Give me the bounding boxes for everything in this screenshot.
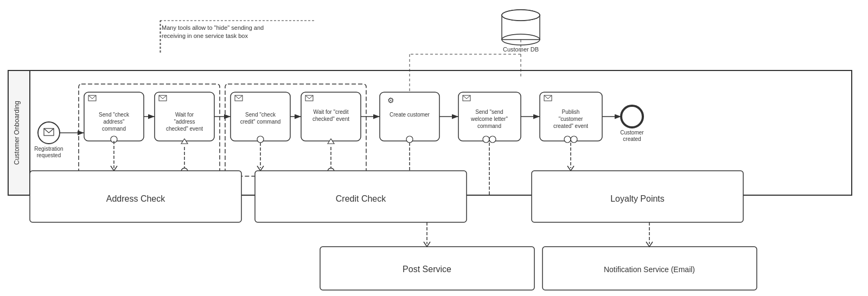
start-event-label: Registration [34,146,63,152]
svg-point-47 [406,136,413,143]
svg-text:checked" event: checked" event [166,126,203,132]
svg-text:Wait for "credit: Wait for "credit [314,109,349,115]
svg-point-55 [489,136,496,143]
pool-label: Customer Onboarding [13,101,21,165]
svg-text:Create customer: Create customer [390,112,430,118]
diagram-container: Many tools allow to "hide" sending and r… [0,0,868,296]
svg-point-64 [564,136,571,143]
svg-text:command: command [477,123,501,129]
svg-text:created: created [623,136,641,142]
svg-text:Send "check: Send "check [99,112,130,118]
svg-point-65 [571,136,577,143]
svg-text:Wait for: Wait for [175,112,194,118]
svg-text:created" event: created" event [553,123,588,129]
svg-text:Send "check: Send "check [245,112,276,118]
svg-text:address": address" [103,119,125,125]
svg-rect-2 [160,21,161,53]
annotation-text: Many tools allow to "hide" sending and [162,24,264,31]
loyalty-points-label: Loyalty Points [610,194,665,203]
svg-text:requested: requested [37,152,61,158]
svg-text:checked" event: checked" event [312,116,349,122]
svg-point-67 [621,106,643,127]
svg-text:⚙: ⚙ [387,96,394,105]
svg-point-8 [502,10,540,21]
credit-check-label: Credit Check [336,194,386,203]
svg-text:"customer: "customer [559,116,583,122]
svg-text:welcome letter": welcome letter" [470,116,508,122]
notification-service-label: Notification Service (Email) [604,265,695,274]
post-service-label: Post Service [403,265,451,274]
end-event-label: Customer [620,130,644,136]
svg-point-36 [257,136,264,143]
svg-text:Publish: Publish [562,109,580,115]
svg-text:"address: "address [174,119,195,125]
svg-text:Send "send: Send "send [475,109,503,115]
svg-text:receiving in one service task : receiving in one service task box [162,33,248,39]
svg-text:credit" command: credit" command [240,119,281,125]
svg-point-54 [483,136,489,143]
address-check-label: Address Check [106,194,165,203]
svg-text:command: command [102,126,126,132]
